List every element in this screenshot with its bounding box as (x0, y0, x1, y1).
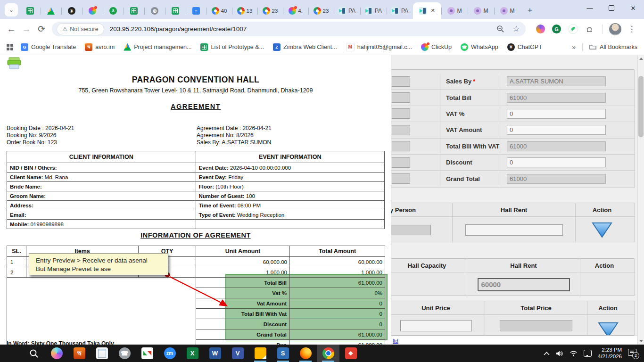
bookmark-chatgpt[interactable]: ✳ChatGPT (507, 43, 542, 51)
print-icon[interactable] (7, 57, 22, 72)
profile-avatar[interactable] (609, 23, 621, 35)
security-chip[interactable]: ⚠ Not secure (57, 23, 104, 35)
taskbar-chrome[interactable] (317, 345, 339, 362)
unit-price-input[interactable] (400, 320, 472, 331)
cut-input[interactable] (392, 125, 410, 135)
minimize-button[interactable]: — (579, 0, 601, 16)
pinned-tab-clickup[interactable] (82, 3, 103, 19)
total-bill-input[interactable] (507, 93, 606, 103)
total-bill-with-vat-input[interactable] (507, 141, 606, 151)
cut-input[interactable] (392, 141, 410, 151)
taskbar-firefox[interactable] (294, 345, 317, 362)
pinned-tab-web[interactable]: ⊕ (144, 3, 165, 19)
tab-paragon-2[interactable]: PA (360, 3, 387, 19)
grand-total-input[interactable] (507, 174, 606, 184)
wifi-icon[interactable] (570, 350, 578, 356)
reload-button[interactable]: ⟳ (34, 22, 49, 37)
tab-count-4[interactable]: 4. (283, 3, 308, 19)
scroll-down-icon[interactable] (638, 337, 644, 345)
maximize-button[interactable] (601, 0, 622, 16)
pinned-tab-green3[interactable]: 3 (103, 3, 124, 19)
sales-by-input[interactable] (507, 76, 606, 86)
hall-rent-input[interactable] (465, 224, 563, 236)
extension-icon-1[interactable] (536, 25, 545, 33)
pinned-tab-docs[interactable]: ≡ (186, 3, 206, 19)
tab-paragon-active[interactable]: ✕ (413, 2, 441, 19)
new-tab-button[interactable]: + (523, 4, 537, 17)
pinned-tab-chatgpt[interactable]: ✳ (61, 3, 82, 19)
taskbar-search[interactable] (23, 345, 45, 362)
back-button[interactable]: ← (4, 22, 19, 37)
taskbar-red-app[interactable]: ❖ (339, 345, 362, 362)
address-bar[interactable]: ⚠ Not secure 203.95.220.106/paragon/agre… (52, 22, 526, 36)
taskbar-notepad[interactable] (91, 345, 113, 362)
bookmark-clickup[interactable]: ClickUp (421, 43, 452, 51)
close-tab-icon[interactable]: ✕ (430, 8, 435, 13)
extension-icon-grammarly[interactable]: G (552, 25, 561, 33)
tray-app-icon[interactable] (584, 350, 592, 357)
notification-center-icon[interactable]: 2 (628, 349, 638, 358)
action-dropdown-icon[interactable] (591, 222, 613, 239)
cut-input[interactable] (392, 108, 410, 119)
taskbar-copilot[interactable] (45, 345, 68, 362)
tab-count-23b[interactable]: 23 (308, 3, 334, 19)
taskbar-sticky-notes[interactable] (249, 345, 272, 362)
tab-m-3[interactable]: M (494, 3, 520, 19)
action-dropdown-icon[interactable] (597, 321, 619, 336)
cut-input[interactable] (387, 225, 431, 235)
url-text[interactable]: 203.95.220.106/paragon/agreement/create/… (110, 25, 247, 33)
start-button[interactable] (0, 345, 23, 362)
hall-rent-value-input[interactable] (478, 278, 570, 291)
bookmark-zimbra[interactable]: ZZimbra Web Client... (273, 43, 337, 51)
taskbar-whatsapp[interactable]: ☎ (113, 345, 136, 362)
extensions-puzzle-icon[interactable] (585, 25, 594, 34)
scroll-up-icon[interactable] (638, 55, 644, 62)
browser-menu-icon[interactable]: ⋮ (627, 25, 636, 34)
close-window-button[interactable]: ✕ (622, 0, 644, 16)
pinned-tab-sheets-1[interactable] (20, 3, 41, 19)
all-bookmarks-button[interactable]: All Bookmarks (589, 44, 637, 50)
total-price-input[interactable] (500, 320, 572, 331)
bookmarks-overflow-icon[interactable]: » (572, 43, 576, 51)
tab-paragon-3[interactable]: PA (387, 3, 413, 19)
taskbar-word[interactable]: W (204, 345, 226, 362)
cut-input[interactable] (392, 173, 410, 184)
apps-grid-icon[interactable] (7, 44, 13, 50)
tray-chevron-icon[interactable] (544, 352, 550, 355)
taskbar-excel[interactable]: X (181, 345, 204, 362)
tab-count-13[interactable]: 13 (232, 3, 257, 19)
taskbar-clock[interactable]: 2:23 PM 4/21/2026 (598, 347, 622, 360)
tab-count-23[interactable]: 23 (257, 3, 283, 19)
discount-input[interactable] (507, 157, 606, 167)
vat-amount-input[interactable] (507, 125, 606, 135)
pinned-tab-drive[interactable] (41, 3, 61, 19)
cut-input[interactable] (392, 157, 410, 168)
bookmark-google-translate[interactable]: GGoogle Translate (21, 43, 76, 51)
bookmark-avro[interactable]: অavro.im (85, 43, 115, 51)
taskbar-visio[interactable]: V (226, 345, 249, 362)
footer-link[interactable]: ltd (393, 338, 398, 344)
bookmark-project-management[interactable]: Project managemen... (124, 43, 191, 51)
volume-icon[interactable] (556, 350, 563, 357)
tab-paragon-1[interactable]: PA (334, 3, 360, 19)
pinned-tab-sheets-2[interactable] (124, 3, 144, 19)
taskbar-s-app[interactable]: S (272, 345, 294, 362)
vat-pct-input[interactable] (507, 109, 606, 119)
cut-input[interactable] (392, 76, 410, 87)
taskbar-zoom[interactable]: zm (158, 345, 181, 362)
taskbar-avro-pad[interactable] (136, 345, 158, 362)
pinned-tab-sheets-3[interactable] (165, 3, 186, 19)
tab-m-1[interactable]: M (441, 3, 468, 19)
tab-search-button[interactable]: ⌄ (5, 3, 18, 16)
taskbar-avro[interactable]: অ (68, 345, 91, 362)
cut-input[interactable] (392, 92, 410, 103)
bookmark-prototype-list[interactable]: List of Prototype &... (200, 43, 264, 51)
extension-icon-green[interactable] (568, 24, 578, 34)
bookmark-star-icon[interactable]: ☆ (512, 25, 521, 34)
zoom-indicator-icon[interactable] (495, 25, 505, 34)
bookmark-gmail[interactable]: Mhafijmit05@gmail.c... (346, 43, 412, 51)
vertical-scrollbar[interactable] (637, 55, 644, 345)
forward-button[interactable]: → (19, 22, 34, 37)
tab-m-2[interactable]: M (468, 3, 494, 19)
tab-count-40[interactable]: 40 (206, 3, 232, 19)
